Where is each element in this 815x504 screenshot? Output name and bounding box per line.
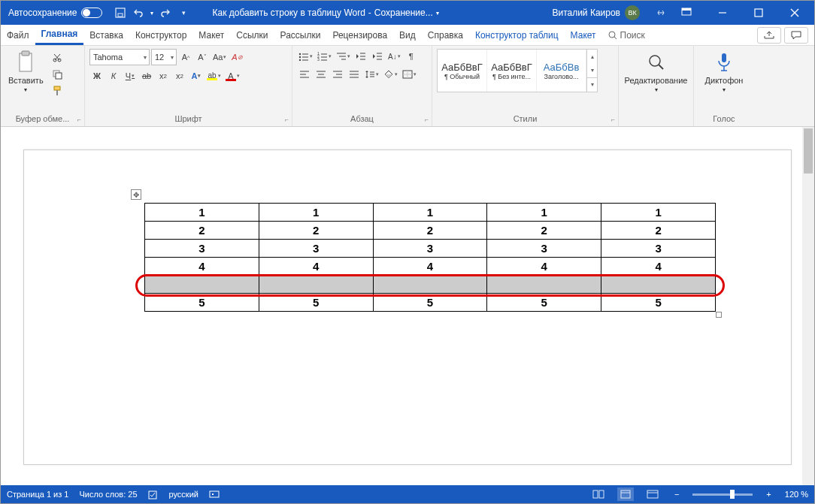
table-cell[interactable] bbox=[373, 276, 487, 294]
tab-справка[interactable]: Справка bbox=[422, 25, 469, 45]
tab-конструктор-таблиц[interactable]: Конструктор таблиц bbox=[469, 25, 565, 45]
tab-вид[interactable]: Вид bbox=[393, 25, 422, 45]
text-effects-button[interactable]: A bbox=[189, 68, 204, 83]
tab-конструктор[interactable]: Конструктор bbox=[129, 25, 192, 45]
undo-dropdown-icon[interactable]: ▾ bbox=[150, 10, 153, 17]
table-cell[interactable]: 2 bbox=[601, 222, 716, 240]
numbering-button[interactable]: 123 bbox=[316, 49, 333, 64]
bold-button[interactable]: Ж bbox=[89, 68, 105, 83]
styles-gallery[interactable]: АаБбВвГ¶ Обычный АаБбВвГ¶ Без инте... Аа… bbox=[437, 49, 598, 92]
language-indicator[interactable]: русский bbox=[169, 490, 198, 499]
table-cell[interactable]: 3 bbox=[487, 240, 601, 258]
vertical-scrollbar[interactable] bbox=[802, 127, 814, 485]
tab-файл[interactable]: Файл bbox=[1, 25, 35, 45]
macro-icon[interactable] bbox=[209, 490, 220, 499]
borders-button[interactable] bbox=[401, 67, 418, 82]
underline-button[interactable]: Ч bbox=[123, 68, 138, 83]
dictate-button[interactable]: Диктофон ▾ bbox=[702, 49, 747, 95]
table-cell[interactable]: 4 bbox=[373, 258, 487, 276]
table-cell[interactable] bbox=[487, 276, 601, 294]
simplify-ribbon-icon[interactable] bbox=[655, 7, 667, 19]
table-cell[interactable]: 1 bbox=[373, 204, 487, 222]
shading-button[interactable] bbox=[382, 67, 399, 82]
web-layout-button[interactable] bbox=[644, 487, 661, 501]
zoom-slider[interactable] bbox=[692, 493, 753, 496]
paste-dropdown-icon[interactable]: ▾ bbox=[24, 86, 27, 93]
table-cell[interactable]: 3 bbox=[259, 240, 373, 258]
grow-font-button[interactable]: A^ bbox=[178, 50, 193, 65]
line-spacing-button[interactable] bbox=[363, 67, 380, 82]
decrease-indent-button[interactable] bbox=[353, 49, 368, 64]
table-cell[interactable]: 2 bbox=[487, 222, 601, 240]
user-avatar[interactable]: ВК bbox=[625, 5, 640, 20]
style-no-spacing[interactable]: АаБбВвГ¶ Без инте... bbox=[487, 50, 537, 92]
format-painter-button[interactable] bbox=[50, 83, 65, 98]
table-cell[interactable]: 3 bbox=[373, 240, 487, 258]
paragraph-launcher-icon[interactable]: ⌐ bbox=[425, 116, 429, 123]
align-left-button[interactable] bbox=[297, 67, 312, 82]
table-cell[interactable]: 4 bbox=[601, 258, 716, 276]
table-cell[interactable]: 4 bbox=[487, 258, 601, 276]
multilevel-list-button[interactable] bbox=[335, 49, 352, 64]
qat-customize-icon[interactable]: ▾ bbox=[177, 7, 189, 19]
table-move-handle[interactable]: ✥ bbox=[131, 189, 141, 200]
tab-макет[interactable]: Макет bbox=[565, 25, 602, 45]
autosave-toggle[interactable] bbox=[81, 8, 102, 18]
clipboard-launcher-icon[interactable]: ⌐ bbox=[77, 116, 81, 123]
font-color-button[interactable]: A bbox=[224, 68, 241, 83]
document-table[interactable]: 1111122222333334444455555 bbox=[144, 203, 716, 312]
page-indicator[interactable]: Страница 1 из 1 bbox=[7, 490, 68, 499]
table-cell[interactable]: 5 bbox=[259, 294, 373, 312]
table-cell[interactable]: 3 bbox=[145, 240, 259, 258]
table-cell[interactable]: 4 bbox=[259, 258, 373, 276]
title-dropdown-icon[interactable]: ▾ bbox=[436, 10, 439, 17]
user-name[interactable]: Виталий Каиров bbox=[552, 8, 620, 18]
scrollbar-thumb[interactable] bbox=[804, 128, 813, 174]
table-row[interactable]: 22222 bbox=[145, 222, 716, 240]
proofing-icon[interactable] bbox=[148, 489, 159, 499]
font-name-selector[interactable]: Tahoma bbox=[89, 49, 150, 65]
table-cell[interactable]: 5 bbox=[487, 294, 601, 312]
document-page[interactable]: ✥ 1111122222333334444455555 bbox=[23, 149, 792, 465]
justify-button[interactable] bbox=[347, 67, 362, 82]
close-button[interactable] bbox=[778, 1, 811, 25]
table-row[interactable]: 33333 bbox=[145, 240, 716, 258]
styles-launcher-icon[interactable]: ⌐ bbox=[611, 116, 615, 123]
cut-button[interactable] bbox=[50, 50, 65, 65]
table-cell[interactable] bbox=[601, 276, 716, 294]
styles-more-button[interactable]: ▴▾▾ bbox=[586, 50, 597, 92]
word-count[interactable]: Число слов: 25 bbox=[79, 490, 137, 499]
editing-button[interactable]: Редактирование ▾ bbox=[622, 49, 691, 95]
copy-button[interactable] bbox=[50, 67, 65, 82]
tab-рассылки[interactable]: Рассылки bbox=[274, 25, 327, 45]
table-cell[interactable]: 4 bbox=[145, 258, 259, 276]
table-cell[interactable]: 1 bbox=[145, 204, 259, 222]
tab-главная[interactable]: Главная bbox=[35, 25, 84, 45]
align-center-button[interactable] bbox=[314, 67, 329, 82]
ribbon-options-icon[interactable] bbox=[670, 1, 703, 25]
table-row[interactable] bbox=[145, 276, 716, 294]
table-cell[interactable] bbox=[145, 276, 259, 294]
print-layout-button[interactable] bbox=[617, 487, 634, 501]
tab-макет[interactable]: Макет bbox=[192, 25, 230, 45]
font-launcher-icon[interactable]: ⌐ bbox=[285, 116, 289, 123]
zoom-out-button[interactable]: − bbox=[671, 490, 682, 499]
tab-рецензирова[interactable]: Рецензирова bbox=[326, 25, 393, 45]
tell-me-search[interactable]: Поиск bbox=[602, 25, 651, 45]
table-cell[interactable] bbox=[259, 276, 373, 294]
change-case-button[interactable]: Aa bbox=[211, 50, 228, 65]
zoom-level[interactable]: 120 % bbox=[785, 490, 808, 499]
style-normal[interactable]: АаБбВвГ¶ Обычный bbox=[438, 50, 487, 92]
bullets-button[interactable] bbox=[297, 49, 314, 64]
font-size-selector[interactable]: 12 bbox=[151, 49, 177, 65]
redo-icon[interactable] bbox=[159, 7, 171, 19]
highlight-color-button[interactable]: ab bbox=[205, 68, 223, 83]
table-row[interactable]: 44444 bbox=[145, 258, 716, 276]
comments-button[interactable] bbox=[784, 27, 808, 44]
shrink-font-button[interactable]: A˅ bbox=[195, 50, 210, 65]
style-heading1[interactable]: АаБбВвЗаголово... bbox=[537, 50, 586, 92]
table-cell[interactable]: 5 bbox=[373, 294, 487, 312]
table-cell[interactable]: 1 bbox=[259, 204, 373, 222]
clear-formatting-button[interactable]: A⊘ bbox=[229, 50, 244, 65]
paste-button[interactable]: Вставить ▾ bbox=[5, 49, 47, 95]
